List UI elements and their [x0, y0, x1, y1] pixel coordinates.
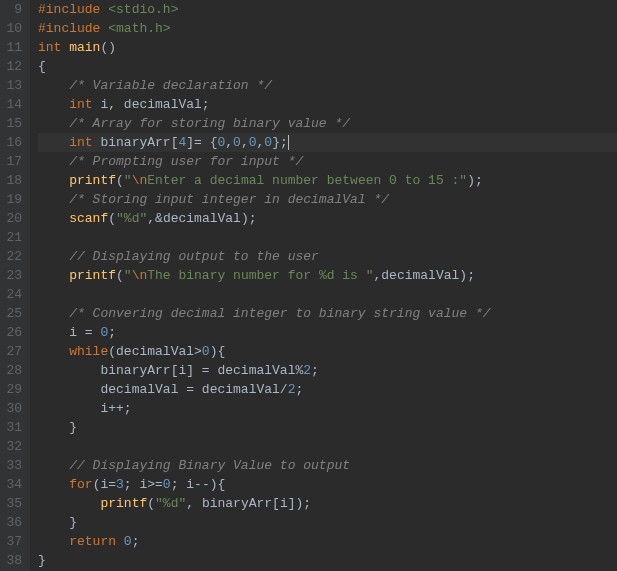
code-line[interactable]: i = 0; — [38, 323, 617, 342]
code-line[interactable]: binaryArr[i] = decimalVal%2; — [38, 361, 617, 380]
code-line[interactable] — [38, 228, 617, 247]
line-number: 34 — [4, 475, 22, 494]
text-cursor — [288, 135, 289, 150]
line-number: 31 — [4, 418, 22, 437]
code-line[interactable]: /* Storing input integer in decimalVal *… — [38, 190, 617, 209]
line-number: 13 — [4, 76, 22, 95]
line-number: 20 — [4, 209, 22, 228]
line-number: 36 — [4, 513, 22, 532]
code-line[interactable]: /* Array for storing binary value */ — [38, 114, 617, 133]
line-number: 37 — [4, 532, 22, 551]
line-number: 15 — [4, 114, 22, 133]
line-number: 33 — [4, 456, 22, 475]
code-line[interactable]: int i, decimalVal; — [38, 95, 617, 114]
code-line[interactable]: /* Convering decimal integer to binary s… — [38, 304, 617, 323]
line-number: 21 — [4, 228, 22, 247]
code-line[interactable]: int main() — [38, 38, 617, 57]
line-number: 14 — [4, 95, 22, 114]
line-number: 35 — [4, 494, 22, 513]
line-number: 25 — [4, 304, 22, 323]
code-line[interactable]: { — [38, 57, 617, 76]
line-number: 16 — [4, 133, 22, 152]
line-number: 10 — [4, 19, 22, 38]
line-number: 23 — [4, 266, 22, 285]
code-line[interactable]: while(decimalVal>0){ — [38, 342, 617, 361]
line-number: 32 — [4, 437, 22, 456]
line-number: 24 — [4, 285, 22, 304]
code-line[interactable]: /* Prompting user for input */ — [38, 152, 617, 171]
line-number-gutter: 9 10 11 12 13 14 15 16 17 18 19 20 21 22… — [0, 0, 30, 571]
code-line[interactable] — [38, 285, 617, 304]
line-number: 11 — [4, 38, 22, 57]
code-editor[interactable]: 9 10 11 12 13 14 15 16 17 18 19 20 21 22… — [0, 0, 617, 571]
code-line[interactable] — [38, 437, 617, 456]
code-line[interactable]: // Displaying output to the user — [38, 247, 617, 266]
code-line[interactable]: } — [38, 418, 617, 437]
code-area[interactable]: #include <stdio.h> #include <math.h> int… — [30, 0, 617, 571]
code-line[interactable]: decimalVal = decimalVal/2; — [38, 380, 617, 399]
code-line[interactable]: printf("\nThe binary number for %d is ",… — [38, 266, 617, 285]
code-line[interactable]: } — [38, 551, 617, 570]
line-number: 26 — [4, 323, 22, 342]
code-line[interactable]: return 0; — [38, 532, 617, 551]
line-number: 29 — [4, 380, 22, 399]
line-number: 19 — [4, 190, 22, 209]
line-number: 18 — [4, 171, 22, 190]
line-number: 9 — [4, 0, 22, 19]
code-line[interactable]: #include <math.h> — [38, 19, 617, 38]
line-number: 30 — [4, 399, 22, 418]
code-line[interactable]: i++; — [38, 399, 617, 418]
line-number: 38 — [4, 551, 22, 570]
code-line[interactable]: printf("%d", binaryArr[i]); — [38, 494, 617, 513]
line-number: 17 — [4, 152, 22, 171]
line-number: 22 — [4, 247, 22, 266]
line-number: 28 — [4, 361, 22, 380]
code-line[interactable]: printf("\nEnter a decimal number between… — [38, 171, 617, 190]
code-line[interactable]: scanf("%d",&decimalVal); — [38, 209, 617, 228]
code-line-active[interactable]: int binaryArr[4]= {0,0,0,0}; — [38, 133, 617, 152]
line-number: 27 — [4, 342, 22, 361]
line-number: 12 — [4, 57, 22, 76]
code-line[interactable]: /* Variable declaration */ — [38, 76, 617, 95]
code-line[interactable]: // Displaying Binary Value to output — [38, 456, 617, 475]
code-line[interactable]: #include <stdio.h> — [38, 0, 617, 19]
code-line[interactable]: } — [38, 513, 617, 532]
code-line[interactable]: for(i=3; i>=0; i--){ — [38, 475, 617, 494]
